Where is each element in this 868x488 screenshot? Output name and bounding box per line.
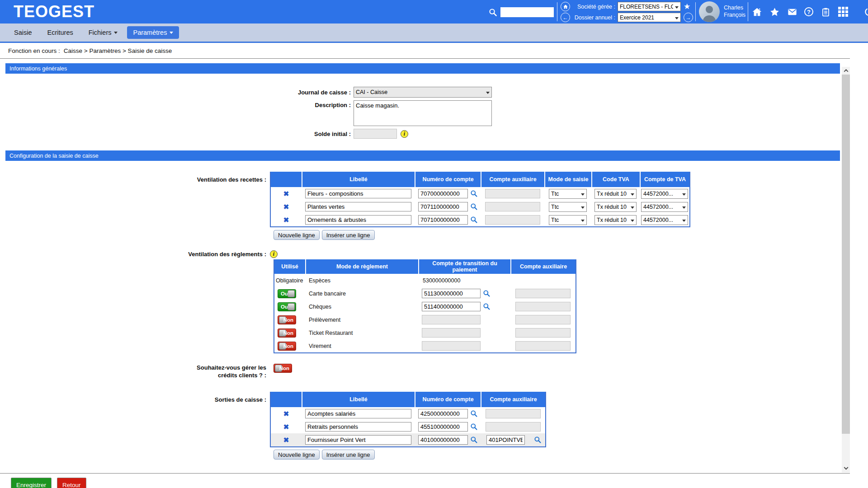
description-textarea[interactable]: Caisse magasin.: [354, 100, 492, 126]
numero-compte-input[interactable]: [418, 189, 468, 198]
menu-ecritures[interactable]: Ecritures: [42, 26, 79, 39]
mode-reglement: Prélèvement: [305, 313, 418, 326]
back-button[interactable]: Retour: [57, 478, 86, 488]
compte-auxiliaire-input[interactable]: [486, 435, 525, 445]
sorties-table: Libellé Numéro de compte Compte auxiliai…: [270, 392, 546, 447]
delete-row-icon[interactable]: ✖: [283, 216, 289, 223]
compte-tva-select[interactable]: 44572000...: [641, 215, 688, 225]
search-icon[interactable]: [470, 190, 478, 197]
previous-folder-icon[interactable]: ←: [561, 13, 570, 22]
search-icon[interactable]: [470, 203, 478, 211]
next-folder-icon[interactable]: →: [684, 13, 693, 22]
libelle-input[interactable]: [305, 435, 411, 445]
numero-compte-input[interactable]: [418, 215, 468, 225]
compte-auxiliaire-input: [515, 302, 571, 311]
section-informations-generales: Informations générales: [5, 63, 840, 74]
compte-transition-input[interactable]: [422, 302, 481, 311]
numero-compte-input[interactable]: [418, 202, 468, 211]
toggle-non[interactable]: Non: [278, 315, 296, 324]
toggle-oui[interactable]: Oui: [278, 302, 296, 311]
compte-auxiliaire-input: [515, 328, 571, 338]
search-input[interactable]: [500, 7, 554, 17]
search-icon[interactable]: [470, 436, 478, 444]
libelle-input[interactable]: [305, 202, 411, 211]
delete-row-icon[interactable]: ✖: [283, 203, 289, 210]
numero-compte-input[interactable]: [418, 422, 468, 432]
info-icon[interactable]: i: [270, 250, 278, 258]
toggle-non[interactable]: Non: [278, 328, 296, 338]
apps-grid-icon[interactable]: [838, 6, 849, 17]
solde-row: Solde initial : i: [0, 129, 868, 139]
reglements-label-row: Ventilation des règlements : i: [0, 250, 868, 258]
insert-line-button[interactable]: Insérer une ligne: [322, 230, 375, 240]
libelle-input[interactable]: [305, 189, 411, 198]
insert-line-button[interactable]: Insérer une ligne: [322, 450, 375, 460]
search-icon[interactable]: [483, 303, 491, 310]
reglements-header: Utilisé Mode de règlement Compte de tran…: [274, 259, 576, 274]
delete-row-icon[interactable]: ✖: [283, 436, 289, 443]
managed-company-label: Société gérée :: [573, 4, 615, 10]
new-line-button[interactable]: Nouvelle ligne: [274, 450, 320, 460]
managed-company-select[interactable]: FLOREETSENS - FLORE: [618, 2, 681, 11]
numero-compte-input[interactable]: [418, 409, 468, 418]
credits-row: Souhaitez-vous gérer les crédits clients…: [0, 364, 868, 379]
info-icon[interactable]: i: [401, 130, 408, 138]
delete-row-icon[interactable]: ✖: [283, 423, 289, 430]
new-line-button[interactable]: Nouvelle ligne: [274, 230, 320, 240]
journal-select[interactable]: CAI - Caisse: [354, 87, 492, 98]
code-tva-select[interactable]: Tx réduit 10: [594, 202, 637, 212]
table-row-highlighted: ✖: [271, 433, 545, 446]
delete-row-icon[interactable]: ✖: [283, 190, 289, 197]
menu-fichiers[interactable]: Fichiers: [83, 26, 124, 39]
scrollbar-thumb[interactable]: [842, 75, 850, 434]
page-content: Informations générales Journal de caisse…: [0, 63, 868, 473]
compte-tva-select[interactable]: 44572000...: [641, 202, 688, 212]
toggle-oui[interactable]: Oui: [278, 289, 296, 298]
help-icon[interactable]: ?: [804, 7, 813, 16]
home-icon[interactable]: [751, 6, 762, 17]
mode-reglement: Virement: [305, 339, 418, 352]
user-avatar[interactable]: [699, 1, 720, 22]
power-icon[interactable]: [863, 6, 868, 17]
search-icon[interactable]: [470, 410, 478, 418]
menu-parametres[interactable]: Paramètres: [127, 26, 179, 39]
mode-reglement: Espèces: [305, 274, 418, 287]
clipboard-icon[interactable]: [820, 6, 831, 17]
breadcrumb: Fonction en cours : Caisse > Paramètres …: [0, 43, 868, 59]
libelle-input[interactable]: [305, 409, 411, 418]
search-icon[interactable]: [470, 216, 478, 224]
company-home-icon[interactable]: [561, 2, 570, 11]
toggle-credits-non[interactable]: Non: [274, 364, 292, 373]
scroll-down-icon[interactable]: [842, 465, 850, 473]
recettes-table: Libellé Numéro de compte Compte auxiliai…: [270, 172, 690, 227]
search-icon[interactable]: [534, 436, 542, 444]
compte-transition-input: [422, 341, 481, 351]
compte-tva-select[interactable]: 44572000...: [641, 189, 688, 199]
toggle-non[interactable]: Non: [278, 342, 296, 351]
mode-saisie-select[interactable]: Ttc: [549, 189, 587, 199]
mode-saisie-select[interactable]: Ttc: [549, 202, 587, 212]
compte-auxiliaire-input: [486, 409, 541, 418]
search-icon[interactable]: [470, 423, 478, 431]
favorites-icon[interactable]: [769, 6, 780, 17]
libelle-input[interactable]: [305, 422, 411, 432]
code-tva-select[interactable]: Tx réduit 10: [594, 215, 637, 225]
save-button[interactable]: Enregistrer: [11, 478, 52, 488]
chevron-down-icon: [170, 32, 173, 36]
annual-folder-select[interactable]: Exercice 2021: [618, 13, 681, 22]
solde-label: Solde initial :: [0, 131, 354, 137]
scroll-up-icon[interactable]: [842, 67, 850, 75]
vertical-scrollbar[interactable]: [842, 67, 850, 473]
reglements-label: Ventilation des règlements :: [0, 251, 270, 258]
mail-icon[interactable]: [787, 6, 797, 17]
favorite-star-icon[interactable]: ★: [684, 2, 690, 11]
mode-saisie-select[interactable]: Ttc: [549, 215, 587, 225]
numero-compte-input[interactable]: [418, 435, 468, 445]
delete-row-icon[interactable]: ✖: [283, 410, 289, 417]
search-icon[interactable]: [483, 290, 491, 297]
code-tva-select[interactable]: Tx réduit 10: [594, 189, 637, 199]
recettes-header: Libellé Numéro de compte Compte auxiliai…: [271, 172, 689, 187]
libelle-input[interactable]: [305, 215, 411, 225]
menu-saisie[interactable]: Saisie: [8, 26, 38, 39]
compte-transition-input[interactable]: [422, 289, 481, 298]
